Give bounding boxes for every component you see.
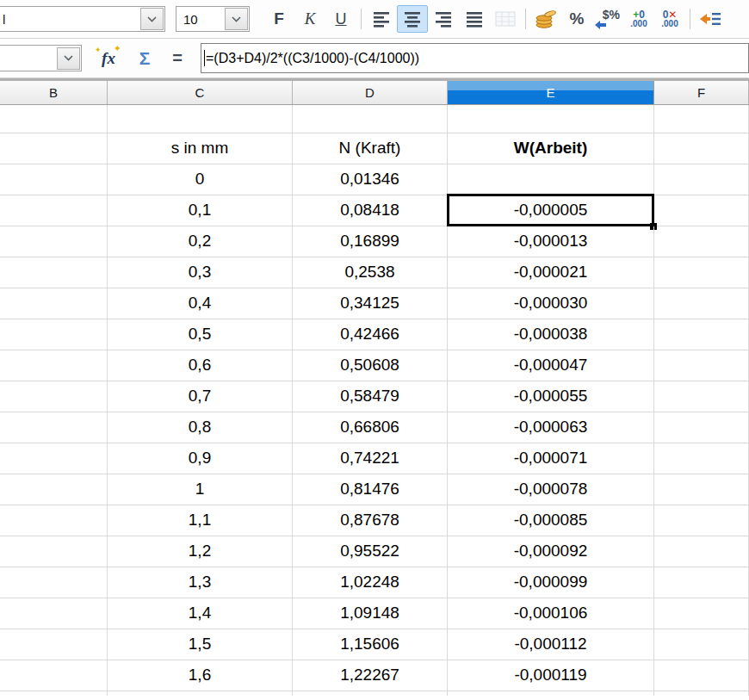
cell-D6[interactable]: 0,2538	[293, 257, 448, 288]
cell-D14[interactable]: 0,87678	[293, 505, 448, 536]
cell-E5[interactable]: -0,000013	[448, 226, 654, 257]
cell-F10[interactable]	[654, 381, 749, 412]
cell-B7[interactable]	[0, 288, 108, 319]
cell-D20[interactable]	[293, 691, 448, 696]
cell-C10[interactable]: 0,7	[108, 381, 293, 412]
cell-C4[interactable]: 0,1	[108, 195, 293, 226]
cell-B14[interactable]	[0, 505, 108, 536]
cell-D2[interactable]: N (Kraft)	[293, 133, 448, 164]
cell-E16[interactable]: -0,000099	[448, 567, 654, 598]
function-button[interactable]: =	[164, 48, 190, 68]
standard-format-button[interactable]: $%	[592, 5, 623, 33]
align-center-button[interactable]	[397, 5, 428, 33]
cell-B1[interactable]	[0, 105, 108, 133]
cell-C2[interactable]: s in mm	[108, 133, 293, 164]
cell-D15[interactable]: 0,95522	[293, 536, 448, 567]
cell-E3[interactable]	[448, 164, 654, 195]
justify-button[interactable]	[459, 5, 490, 33]
cell-F17[interactable]	[654, 598, 749, 629]
currency-format-button[interactable]	[530, 5, 561, 33]
cell-D19[interactable]: 1,22267	[293, 660, 448, 691]
font-size-dropdown-button[interactable]	[225, 8, 248, 30]
cell-F18[interactable]	[654, 629, 749, 660]
italic-button[interactable]: K	[294, 5, 325, 33]
cell-B13[interactable]	[0, 474, 108, 505]
cell-F20[interactable]	[654, 691, 749, 696]
cell-C3[interactable]: 0	[108, 164, 293, 195]
cell-D4[interactable]: 0,08418	[293, 195, 448, 226]
cell-E17[interactable]: -0,000106	[448, 598, 654, 629]
cell-F6[interactable]	[654, 257, 749, 288]
cell-B16[interactable]	[0, 567, 108, 598]
cell-C6[interactable]: 0,3	[108, 257, 293, 288]
cell-B18[interactable]	[0, 629, 108, 660]
cell-F14[interactable]	[654, 505, 749, 536]
cell-E20[interactable]	[448, 691, 654, 696]
cell-F2[interactable]	[654, 133, 749, 164]
cell-E19[interactable]: -0,000119	[448, 660, 654, 691]
cell-C18[interactable]: 1,5	[108, 629, 293, 660]
cell-B2[interactable]	[0, 133, 108, 164]
cell-C16[interactable]: 1,3	[108, 567, 293, 598]
cell-F1[interactable]	[654, 105, 749, 133]
cell-C13[interactable]: 1	[108, 474, 293, 505]
cell-D5[interactable]: 0,16899	[293, 226, 448, 257]
cell-E11[interactable]: -0,000063	[448, 412, 654, 443]
cell-B20[interactable]	[0, 691, 108, 696]
cell-D13[interactable]: 0,81476	[293, 474, 448, 505]
cell-F15[interactable]	[654, 536, 749, 567]
cell-E10[interactable]: -0,000055	[448, 381, 654, 412]
column-header-F[interactable]: F	[654, 81, 749, 104]
merge-cells-button[interactable]	[490, 5, 521, 33]
cell-C7[interactable]: 0,4	[108, 288, 293, 319]
cell-F7[interactable]	[654, 288, 749, 319]
column-header-B[interactable]: B	[0, 81, 108, 104]
cell-F9[interactable]	[654, 350, 749, 381]
cell-F19[interactable]	[654, 660, 749, 691]
cell-E12[interactable]: -0,000071	[448, 443, 654, 474]
cell-E14[interactable]: -0,000085	[448, 505, 654, 536]
cell-C14[interactable]: 1,1	[108, 505, 293, 536]
cell-F3[interactable]	[654, 164, 749, 195]
cell-E15[interactable]: -0,000092	[448, 536, 654, 567]
cell-B3[interactable]	[0, 164, 108, 195]
sum-button[interactable]: Σ	[130, 48, 159, 69]
column-header-D[interactable]: D	[293, 81, 448, 104]
cell-C15[interactable]: 1,2	[108, 536, 293, 567]
cell-C5[interactable]: 0,2	[108, 226, 293, 257]
cell-C19[interactable]: 1,6	[108, 660, 293, 691]
cell-D7[interactable]: 0,34125	[293, 288, 448, 319]
cell-D17[interactable]: 1,09148	[293, 598, 448, 629]
function-wizard-button[interactable]: ✦ ✦ fx	[94, 46, 123, 71]
cell-F13[interactable]	[654, 474, 749, 505]
cell-C17[interactable]: 1,4	[108, 598, 293, 629]
font-size-combobox[interactable]: 10	[176, 6, 250, 32]
cell-F16[interactable]	[654, 567, 749, 598]
cell-D18[interactable]: 1,15606	[293, 629, 448, 660]
underline-button[interactable]: U	[325, 5, 356, 33]
cell-B19[interactable]	[0, 660, 108, 691]
cell-E13[interactable]: -0,000078	[448, 474, 654, 505]
cell-E18[interactable]: -0,000112	[448, 629, 654, 660]
cell-F8[interactable]	[654, 319, 749, 350]
cell-B10[interactable]	[0, 381, 108, 412]
name-box-dropdown-button[interactable]	[57, 47, 80, 70]
percent-format-button[interactable]: %	[561, 5, 592, 33]
column-header-E[interactable]: E	[448, 81, 654, 104]
cell-B15[interactable]	[0, 536, 108, 567]
cell-F11[interactable]	[654, 412, 749, 443]
cell-B9[interactable]	[0, 350, 108, 381]
cell-C12[interactable]: 0,9	[108, 443, 293, 474]
cell-E6[interactable]: -0,000021	[448, 257, 654, 288]
cell-B4[interactable]	[0, 195, 108, 226]
decrease-indent-button[interactable]	[695, 5, 726, 33]
cell-C11[interactable]: 0,8	[108, 412, 293, 443]
align-left-button[interactable]	[366, 5, 397, 33]
cell-C8[interactable]: 0,5	[108, 319, 293, 350]
cell-D3[interactable]: 0,01346	[293, 164, 448, 195]
cell-C1[interactable]	[108, 105, 293, 133]
cell-C20[interactable]	[108, 691, 293, 696]
font-name-combobox[interactable]: l	[0, 6, 165, 32]
cell-E4[interactable]: -0,000005	[448, 195, 654, 226]
cell-B6[interactable]	[0, 257, 108, 288]
